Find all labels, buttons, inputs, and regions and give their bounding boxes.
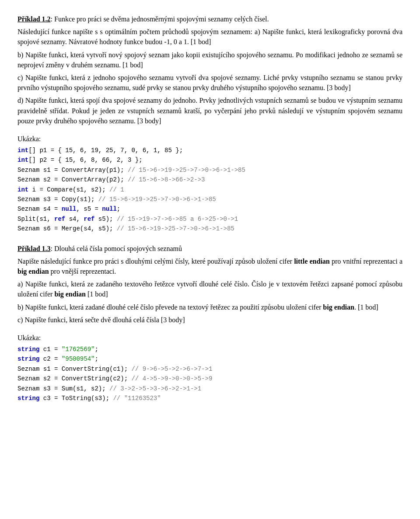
code-part-kw: int	[18, 186, 28, 193]
code-part-kw: ref	[54, 216, 65, 223]
example-1-3-bold4: big endian	[323, 303, 354, 311]
code-part-normal: c3 = ToString(s3);	[39, 395, 113, 402]
example-1-2-title-suffix: : Funkce pro práci se dvěma jednosměrným…	[51, 15, 269, 23]
code-part-normal: s4,	[65, 216, 84, 223]
code-part-cm: // "11263523"	[113, 395, 161, 402]
code-line: Seznam s3 = Sum(s1, s2); // 3->2->5->3->…	[18, 384, 402, 394]
example-1-2-title-para: Příklad 1.2: Funkce pro práci se dvěma j…	[18, 14, 402, 24]
code-line: Seznam s4 = null, s5 = null;	[18, 204, 402, 214]
code-part-kw: ref	[84, 216, 94, 223]
example-1-3-bold2: big endian	[18, 268, 49, 275]
example-1-3-para3: b) Napište funkci, která zadané dlouhé c…	[18, 302, 402, 312]
code-line: Seznam s1 = ConvertString(c1); // 9->6->…	[18, 364, 402, 374]
code-part-normal: Seznam s3 = Copy(s1);	[18, 196, 98, 203]
code-part-str: "1762569"	[62, 346, 95, 353]
code-part-cm: // 3->2->5->3->6->2->1->1	[109, 385, 201, 392]
code-line: Seznam s3 = Copy(s1); // 15->6->19->25->…	[18, 195, 402, 204]
example-1-3-para4: c) Napište funkci, která sečte dvě dlouh…	[18, 315, 402, 325]
example-1-2-para2: b) Napište funkci, která vytvoří nový sp…	[18, 50, 402, 70]
code-part-cm: // 15->19->7->6->85 a 6->25->0->1	[117, 216, 238, 223]
code-part-cm: // 15->6->19->25->7->0->6->1->85	[98, 196, 216, 203]
code-part-normal: ;	[117, 206, 120, 212]
example-1-2-ukazka-label: Ukázka:	[18, 134, 402, 144]
code-part-normal: Seznam s2 = ConvertArray(p2);	[18, 176, 128, 183]
example-1-2-code: int[] p1 = { 15, 6, 19, 25, 7, 0, 6, 1, …	[18, 146, 402, 234]
code-part-normal: Seznam s2 = ConvertString(c2);	[18, 375, 131, 382]
code-part-normal: [] p1 = { 15, 6, 19, 25, 7, 0, 6, 1, 85 …	[28, 147, 183, 154]
example-1-3-para2: a) Napište funkci, která ze zadaného tex…	[18, 279, 402, 299]
example-1-2-para1: Následující funkce napište s s optimální…	[18, 27, 402, 47]
code-line: Split(s1, ref s4, ref s5); // 15->19->7-…	[18, 214, 402, 224]
code-part-kw: string	[18, 346, 39, 353]
code-part-normal: ;	[94, 346, 98, 353]
example-1-3-title-suffix: : Dlouhá celá čísla pomocí spojových sez…	[51, 245, 182, 252]
example-1-3-bold3: big endian	[54, 290, 86, 298]
code-part-cm: // 4->5->9->0->0->5->9	[131, 375, 212, 382]
example-1-3-ukazka-label: Ukázka:	[18, 333, 402, 343]
code-part-normal: , s5 =	[76, 206, 102, 212]
code-part-normal: Seznam s4 =	[18, 206, 62, 212]
code-part-normal: Split(s1,	[18, 216, 54, 223]
code-part-kw: null	[62, 206, 77, 212]
example-1-3-para1c: pro vnější reprezentaci.	[49, 268, 116, 275]
example-1-3-para3a: b) Napište funkci, která zadané dlouhé c…	[18, 303, 323, 311]
page-content: Příklad 1.2: Funkce pro práci se dvěma j…	[18, 14, 402, 403]
code-line: Seznam s2 = ConvertArray(p2); // 15->6->…	[18, 175, 402, 185]
code-part-kw: null	[102, 206, 117, 212]
example-1-3-code: string c1 = "1762569";string c2 = "95009…	[18, 345, 402, 403]
code-part-normal: [] p2 = { 15, 6, 8, 66, 2, 3 };	[28, 157, 142, 164]
example-1-3-para2b: [1 bod]	[86, 290, 108, 298]
example-1-2-title: Příklad 1.2	[18, 15, 51, 23]
code-line: int[] p2 = { 15, 6, 8, 66, 2, 3 };	[18, 155, 402, 165]
code-part-kw: string	[18, 395, 39, 402]
code-part-kw: int	[18, 147, 28, 154]
code-line: int[] p1 = { 15, 6, 19, 25, 7, 0, 6, 1, …	[18, 146, 402, 155]
code-part-normal: Seznam s6 = Merge(s4, s5);	[18, 225, 117, 232]
code-part-normal: ;	[94, 355, 98, 362]
code-part-normal: Seznam s3 = Sum(s1, s2);	[18, 385, 109, 392]
example-1-2-para4: d) Napište funkci, která spojí dva spojo…	[18, 95, 402, 126]
example-1-3-para1: Napište následující funkce pro práci s d…	[18, 256, 402, 276]
code-part-normal: c2 =	[39, 355, 61, 362]
code-line: string c3 = ToString(s3); // "11263523"	[18, 394, 402, 403]
code-line: int i = Compare(s1, s2); // 1	[18, 185, 402, 195]
code-part-normal: s5);	[94, 216, 116, 223]
example-1-3-para1b: pro vnitřní reprezentaci a	[330, 258, 402, 265]
code-line: Seznam s6 = Merge(s4, s5); // 15->6->19-…	[18, 224, 402, 233]
code-line: Seznam s1 = ConvertArray(p1); // 15->6->…	[18, 165, 402, 175]
code-line: Seznam s2 = ConvertString(c2); // 4->5->…	[18, 374, 402, 383]
code-part-normal: Seznam s1 = ConvertArray(p1);	[18, 167, 128, 174]
example-1-3-bold1: little endian	[294, 258, 330, 265]
code-part-normal: i = Compare(s1, s2);	[28, 186, 109, 193]
code-part-cm: // 1	[109, 186, 124, 193]
code-part-normal: c1 =	[39, 346, 61, 353]
code-part-normal: Seznam s1 = ConvertString(c1);	[18, 366, 131, 373]
code-part-kw: int	[18, 157, 28, 164]
code-part-cm: // 15->6->8->66->2->3	[128, 176, 205, 183]
code-line: string c2 = "9500954";	[18, 354, 402, 364]
code-part-cm: // 9->6->5->2->6->7->1	[131, 366, 212, 373]
example-1-2-para3: c) Napište funkci, která z jednoho spojo…	[18, 73, 402, 93]
example-1-3-para3b: . [1 bod]	[354, 303, 378, 311]
code-part-str: "9500954"	[62, 355, 95, 362]
code-part-cm: // 15->6->19->25->7->0->6->1->85	[128, 167, 245, 174]
example-1-3-title-para: Příklad 1.3: Dlouhá celá čísla pomocí sp…	[18, 244, 402, 254]
example-1-3-title: Příklad 1.3	[18, 245, 51, 252]
code-part-cm: // 15->6->19->25->7->0->6->1->85	[117, 225, 234, 232]
code-line: string c1 = "1762569";	[18, 345, 402, 354]
code-part-kw: string	[18, 355, 39, 362]
example-1-2: Příklad 1.2: Funkce pro práci se dvěma j…	[18, 14, 402, 234]
example-1-3-para1a: Napište následující funkce pro práci s d…	[18, 258, 294, 265]
example-1-3: Příklad 1.3: Dlouhá celá čísla pomocí sp…	[18, 244, 402, 404]
